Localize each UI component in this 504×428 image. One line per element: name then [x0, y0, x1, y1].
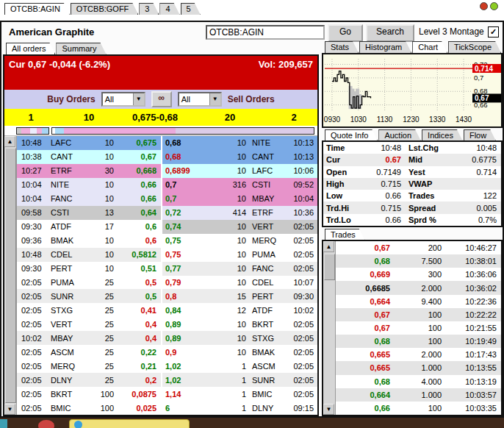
tab-chart[interactable]: Chart [412, 41, 447, 53]
ask-time: 02:05 [284, 334, 317, 343]
stat-value: 0.67 [357, 155, 406, 164]
ask-size: 12 [208, 306, 249, 315]
trade-price: 0,67 [336, 310, 393, 319]
order-book-row[interactable]: 10:04FANC100,660,710MBAY10:04 [17, 192, 317, 206]
bid-price: 0,66 [117, 194, 161, 203]
depth-segment [30, 128, 37, 134]
sell-filter-select[interactable]: All ▼ [178, 92, 222, 107]
stat-value: 0.7149 [357, 168, 406, 176]
scroll-up-button[interactable]: ▲ [4, 136, 15, 147]
search-button[interactable]: Search [366, 24, 414, 42]
order-book-row[interactable]: 10:38CANT100,670,6810CANT10:13 [17, 150, 317, 164]
tab-5[interactable]: 5 [181, 3, 201, 15]
go-button[interactable]: Go [328, 24, 363, 42]
order-book-row[interactable]: 02:05DLNY250,21,021SUNR02:05 [17, 373, 317, 387]
sell-orders-label: Sell Orders [228, 94, 275, 104]
tab-histogram[interactable]: Histogram [359, 41, 411, 53]
bid-mpid: BKRT [48, 390, 86, 399]
svg-text:0,67: 0,67 [475, 94, 489, 102]
trade-row: 0,6649.40010:22:36 [336, 295, 501, 308]
trade-size: 100 [393, 337, 444, 346]
tab-auction[interactable]: Auction [378, 129, 421, 141]
order-book-row[interactable]: 02:05PUMA250,50,7910CDEL10:07 [17, 276, 317, 290]
window-tabs: OTCBB:AGINOTCBB:GOFF345 [4, 3, 201, 15]
order-book-row[interactable]: 09:30PERT100,510,7710FANC02:05 [17, 262, 317, 276]
ask-side: 0,7316CSTI09:52 [161, 178, 317, 192]
green-dot-icon[interactable] [490, 2, 498, 10]
notification-popup[interactable] [69, 419, 190, 428]
order-book-row[interactable]: 09:36BMAK100,60,7510MERQ02:05 [17, 234, 317, 248]
scroll-down-button[interactable]: ▼ [323, 404, 334, 415]
ask-side: 1,021ASCM02:05 [161, 359, 317, 373]
ask-time: 02:05 [284, 264, 317, 273]
chevron-down-icon[interactable]: ▼ [209, 93, 220, 105]
current-price-change: Cur 0,67 -0,044 (-6.2%) [9, 59, 110, 70]
order-book-row[interactable]: 10:02MBAY250,40,8910STXG02:05 [17, 331, 317, 345]
bid-time: 10:38 [17, 152, 48, 161]
stat-value: 0.66 [357, 215, 406, 224]
bid-time: 02:05 [17, 348, 48, 357]
order-book-row[interactable]: 09:30ATDF170,60,7410VERT02:05 [17, 220, 317, 234]
trade-time: 10:03:35 [444, 404, 501, 413]
buy-filter-select[interactable]: All ▼ [101, 92, 145, 107]
ask-time: 02:05 [284, 222, 317, 231]
chevron-down-icon[interactable]: ▼ [133, 93, 144, 105]
tab-otcbb-agin[interactable]: OTCBB:AGIN [4, 3, 70, 15]
ask-side: 0,6810CANT10:13 [161, 150, 317, 164]
scroll-up-button[interactable]: ▲ [323, 241, 334, 252]
tab-3[interactable]: 3 [139, 3, 159, 15]
bid-mpid: BMIC [48, 404, 86, 413]
tab-otcbb-goff[interactable]: OTCBB:GOFF [71, 3, 139, 15]
order-book-row[interactable]: 10:04NITE100,660,7316CSTI09:52 [17, 178, 317, 192]
trade-price: 0,67 [336, 324, 393, 332]
tab-tickscope[interactable]: TickScope [448, 41, 501, 53]
bid-time: 10:02 [17, 334, 48, 343]
order-book-row[interactable]: 02:05SUNR250,50,815PERT09:30 [17, 289, 317, 303]
bid-side: 09:30PERT100,51 [17, 262, 161, 276]
order-book-row[interactable]: 02:05ASCM250,220,910BMAK02:05 [17, 345, 317, 359]
order-book-row[interactable]: 09:58CSTI130,640,72414ETRF10:36 [17, 206, 317, 220]
tab-stats[interactable]: Stats [325, 41, 359, 53]
ask-time: 02:05 [284, 362, 317, 371]
order-book-scrollbar[interactable]: ▲ ▼ [4, 136, 17, 415]
tab-flow[interactable]: Flow [464, 129, 496, 141]
link-filters-button[interactable]: ∞ [151, 91, 172, 107]
trade-time: 10:22:22 [444, 310, 501, 319]
red-dot-icon[interactable] [480, 2, 488, 10]
trades-scrollbar[interactable]: ▲ ▼ [323, 241, 336, 415]
tab-summary[interactable]: Summary [56, 43, 106, 54]
tab-quote-info[interactable]: Quote Info [325, 129, 378, 141]
scrollbar-thumb[interactable] [5, 148, 16, 403]
ask-mpid: PUMA [249, 250, 284, 259]
order-book-row[interactable]: 02:05MERQ250,211,021ASCM02:05 [17, 359, 317, 373]
intraday-chart: 0,720,70,680,660,7140,670930103011301230… [323, 54, 501, 126]
symbol-input[interactable] [206, 25, 325, 40]
order-book-row[interactable]: 02:05VERT250,40,8910BKRT02:05 [17, 317, 317, 331]
stat-value: 10:48 [357, 143, 406, 152]
scrollbar-thumb[interactable] [324, 254, 335, 280]
order-book-row[interactable]: 02:05BMIC1000,02561DLNY09:15 [17, 401, 317, 415]
order-book-row[interactable]: 10:27ETRF300,6680,689910LAFC10:06 [17, 164, 317, 178]
bid-size: 10 [86, 152, 117, 161]
scroll-down-button[interactable]: ▼ [4, 404, 15, 415]
ask-side: 0,8412ATDF10:02 [161, 303, 317, 317]
bid-side: 02:05VERT250,4 [17, 317, 161, 331]
tab-indices[interactable]: Indices [422, 129, 463, 141]
bid-order-count: 1 [4, 112, 57, 123]
order-book-row[interactable]: 02:05BKRT1000,08751,141BMIC02:05 [17, 387, 317, 401]
ask-price: 0,79 [162, 278, 208, 287]
order-book-row[interactable]: 10:48LAFC100,6750,6810NITE10:13 [17, 136, 317, 150]
trade-time: 10:21:55 [444, 324, 501, 332]
stat-label: Time [323, 143, 357, 152]
tab-trades[interactable]: Trades [325, 229, 365, 240]
bid-price: 0,41 [117, 306, 161, 315]
red-orb-icon[interactable] [38, 420, 54, 428]
tab-all-orders[interactable]: All orders [6, 43, 55, 54]
bid-side: 09:58CSTI130,64 [17, 206, 161, 220]
ask-price: 0,72 [162, 208, 208, 217]
order-book-row[interactable]: 10:48CDEL100,58120,7510PUMA02:05 [17, 248, 317, 262]
ask-size: 10 [208, 194, 249, 203]
tab-4[interactable]: 4 [159, 3, 179, 15]
level3-montage-checkbox[interactable]: ✓ [488, 26, 499, 38]
order-book-row[interactable]: 02:05STXG250,410,8412ATDF10:02 [17, 303, 317, 317]
